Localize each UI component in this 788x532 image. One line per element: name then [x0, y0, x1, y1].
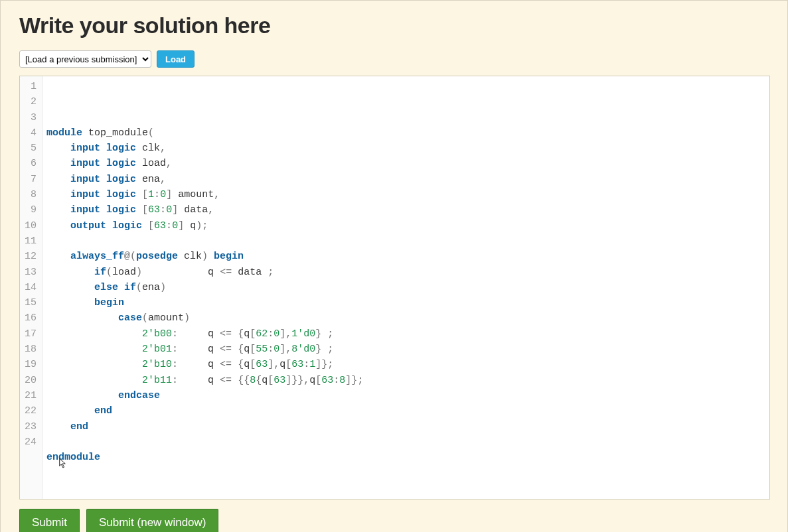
gutter-line: 16: [20, 310, 37, 326]
gutter-line: 21: [20, 388, 37, 403]
load-button[interactable]: Load: [157, 50, 195, 68]
code-line[interactable]: if(load) q <= data ;: [46, 265, 769, 280]
code-line[interactable]: else if(ena): [46, 280, 769, 295]
code-line[interactable]: begin: [46, 295, 769, 310]
code-line[interactable]: 2'b01: q <= {q[55:0],8'd0} ;: [46, 342, 769, 357]
code-line[interactable]: [46, 233, 769, 249]
code-line[interactable]: module top_module(: [46, 125, 769, 141]
code-line[interactable]: 2'b11: q <= {{8{q[63]}},q[63:8]};: [46, 373, 769, 388]
editor-gutter: 123456789101112131415161718192021222324: [20, 76, 42, 499]
code-line[interactable]: [46, 465, 769, 480]
gutter-line: 10: [20, 218, 37, 233]
gutter-line: 6: [20, 156, 37, 171]
gutter-line: 24: [20, 434, 37, 450]
gutter-line: 11: [20, 233, 37, 249]
gutter-line: 7: [20, 172, 37, 187]
gutter-line: 13: [20, 265, 37, 280]
editor-row: 123456789101112131415161718192021222324 …: [20, 76, 769, 499]
gutter-line: 8: [20, 187, 37, 202]
gutter-line: 5: [20, 141, 37, 156]
submit-row: Submit Submit (new window): [19, 509, 769, 532]
previous-submission-select[interactable]: [Load a previous submission]: [19, 50, 151, 68]
page-container: Write your solution here [Load a previou…: [0, 0, 788, 532]
gutter-line: 2: [20, 94, 37, 109]
code-line[interactable]: input logic [1:0] amount,: [46, 187, 769, 202]
code-line[interactable]: 2'b00: q <= {q[62:0],1'd0} ;: [46, 326, 769, 342]
page-inner: Write your solution here [Load a previou…: [1, 1, 787, 532]
code-line[interactable]: endcase: [46, 388, 769, 403]
code-line[interactable]: case(amount): [46, 310, 769, 326]
gutter-line: 22: [20, 403, 37, 419]
page-title: Write your solution here: [19, 13, 769, 38]
code-line[interactable]: 2'b10: q <= {q[63],q[63:1]};: [46, 357, 769, 372]
load-controls: [Load a previous submission] Load: [19, 50, 769, 68]
code-line[interactable]: always_ff@(posedge clk) begin: [46, 249, 769, 264]
code-line[interactable]: [46, 434, 769, 450]
gutter-line: 15: [20, 295, 37, 310]
code-line[interactable]: input logic [63:0] data,: [46, 202, 769, 218]
gutter-line: 4: [20, 125, 37, 141]
gutter-line: 9: [20, 202, 37, 218]
gutter-line: 1: [20, 79, 37, 94]
code-line[interactable]: endmodule: [46, 450, 769, 465]
gutter-line: 20: [20, 373, 37, 388]
gutter-line: 3: [20, 110, 37, 125]
gutter-line: 19: [20, 357, 37, 372]
code-line[interactable]: end: [46, 419, 769, 434]
gutter-line: 23: [20, 419, 37, 434]
code-editor[interactable]: 123456789101112131415161718192021222324 …: [19, 76, 770, 499]
gutter-line: 12: [20, 249, 37, 264]
code-line[interactable]: output logic [63:0] q);: [46, 218, 769, 233]
code-line[interactable]: input logic ena,: [46, 172, 769, 187]
gutter-line: 17: [20, 326, 37, 342]
code-line[interactable]: input logic clk,: [46, 141, 769, 156]
submit-button[interactable]: Submit: [19, 509, 80, 532]
editor-code-area[interactable]: module top_module( input logic clk, inpu…: [42, 76, 769, 499]
submit-new-window-button[interactable]: Submit (new window): [86, 509, 219, 532]
code-line[interactable]: [46, 481, 769, 496]
code-line[interactable]: end: [46, 403, 769, 419]
code-line[interactable]: input logic load,: [46, 156, 769, 171]
gutter-line: 14: [20, 280, 37, 295]
gutter-line: 18: [20, 342, 37, 357]
